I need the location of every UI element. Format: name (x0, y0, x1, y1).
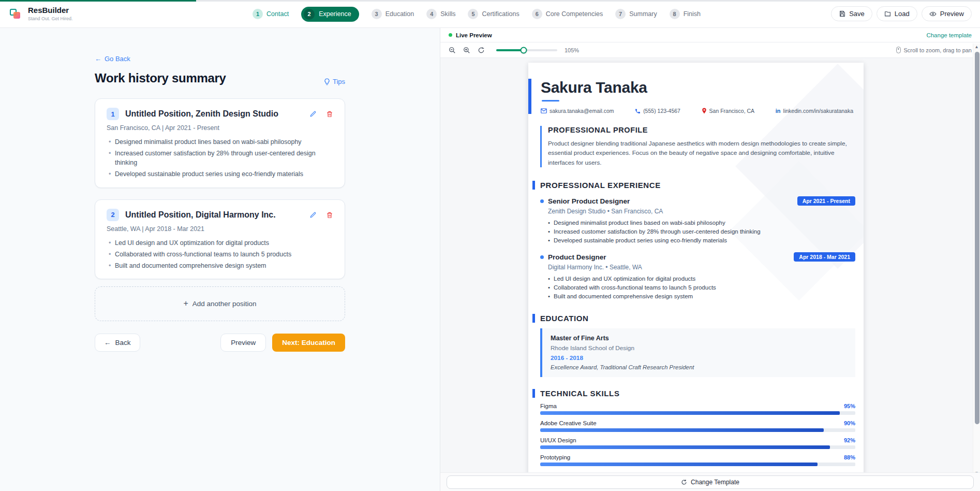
skills-section: TECHNICAL SKILLS Figma 95% (540, 389, 855, 472)
education-card: Master of Fine Arts Rhode Island School … (540, 328, 855, 377)
pan-hint-label: Scroll to zoom, drag to pan (904, 47, 972, 53)
step-certifications[interactable]: 5 Certifications (468, 9, 519, 19)
delete-position-button[interactable] (326, 110, 333, 118)
position-title: Untitled Position, Zenith Design Studio (125, 109, 278, 119)
position-card-1: 1 Untitled Position, Zenith Design Studi… (95, 98, 345, 188)
preview-resume-button[interactable]: Preview (220, 334, 266, 352)
skill-bar-track (540, 463, 855, 466)
bullet: Built and documented comprehensive desig… (107, 261, 329, 270)
preview-button[interactable]: Preview (922, 6, 972, 21)
scrollbar-thumb[interactable] (975, 52, 979, 424)
edit-position-button[interactable] (309, 211, 317, 219)
step-skills[interactable]: 4 Skills (426, 9, 455, 19)
skill-percent: 88% (844, 454, 855, 460)
logo-icon (9, 7, 23, 21)
job-bullets: Designed minimalist product lines based … (548, 219, 855, 245)
save-button[interactable]: Save (831, 6, 872, 21)
trash-icon (326, 110, 333, 118)
edit-position-button[interactable] (309, 110, 317, 118)
pan-hint: Scroll to zoom, drag to pan (896, 47, 972, 53)
position-meta: San Francisco, CA | Apr 2021 - Present (107, 124, 333, 132)
zoom-slider[interactable] (496, 49, 557, 51)
preview-label: Preview (940, 10, 964, 18)
add-position-button[interactable]: + Add another position (95, 286, 345, 321)
step-number: 7 (615, 9, 626, 19)
zoom-percent: 105% (565, 47, 579, 53)
step-education[interactable]: 3 Education (372, 9, 414, 19)
step-label: Experience (319, 10, 351, 18)
skill-name: User Research (540, 471, 580, 472)
load-label: Load (895, 10, 910, 18)
load-button[interactable]: Load (877, 6, 917, 21)
scroll-up-arrow-icon[interactable]: ▲ (973, 45, 980, 49)
resume-page: Sakura Tanaka sakura.tanaka@email.com (528, 63, 864, 472)
arrow-left-icon: ← (104, 339, 111, 346)
page-title: Work history summary (95, 71, 226, 85)
job-company: Digital Harmony Inc. • Seattle, WA (548, 264, 855, 271)
live-preview-label: Live Preview (456, 32, 492, 38)
step-number: 5 (468, 9, 478, 19)
add-position-label: Add another position (192, 300, 257, 308)
change-template-button[interactable]: Change Template (447, 475, 974, 489)
next-label: Next: Education (282, 339, 335, 346)
pencil-icon (309, 211, 317, 219)
preview-canvas[interactable]: Sakura Tanaka sakura.tanaka@email.com (440, 58, 973, 472)
job-title: Senior Product Designer (548, 197, 630, 205)
next-education-button[interactable]: Next: Education (272, 334, 345, 352)
position-meta: Seattle, WA | Apr 2018 - Mar 2021 (107, 225, 333, 233)
step-finish[interactable]: 8 Finish (670, 9, 701, 19)
zoom-slider-fill (496, 49, 524, 51)
zoom-slider-thumb[interactable] (521, 47, 527, 53)
step-label: Finish (684, 10, 701, 18)
step-label: Summary (629, 10, 657, 18)
trash-icon (326, 211, 333, 219)
tips-button[interactable]: Tips (324, 78, 345, 85)
refresh-icon (681, 479, 687, 485)
skill-name: Figma (540, 403, 557, 409)
back-button[interactable]: ← Back (95, 334, 140, 352)
go-back-label: Go Back (105, 55, 130, 63)
header-actions: Save Load Preview (831, 6, 972, 21)
step-core-competencies[interactable]: 6 Core Competencies (532, 9, 603, 19)
step-label: Certifications (482, 10, 519, 18)
contact-phone: (555) 123-4567 (635, 108, 680, 114)
step-summary[interactable]: 7 Summary (615, 9, 657, 19)
profile-section-title: PROFESSIONAL PROFILE (548, 126, 855, 134)
job-bullets: Led UI design and UX optimization for di… (548, 275, 855, 301)
contact-email: sakura.tanaka@email.com (541, 108, 614, 114)
skill-row: Prototyping 88% (540, 454, 855, 466)
step-contact[interactable]: 1 Contact (253, 9, 289, 19)
job-bullet: Collaborated with cross-functional teams… (548, 283, 855, 292)
contact-location: San Francisco, CA (702, 108, 755, 114)
change-template-link[interactable]: Change template (926, 32, 972, 38)
resume-contacts: sakura.tanaka@email.com (555) 123-4567 (541, 108, 855, 114)
skill-bar-fill (540, 411, 840, 415)
preview-scrollbar[interactable]: ▲ ▼ (973, 44, 980, 476)
logo[interactable]: ResBuilder Stand Out. Get Hired. (9, 6, 73, 21)
step-label: Contact (266, 10, 289, 18)
step-label: Skills (440, 10, 455, 18)
zoom-out-button[interactable] (449, 47, 456, 54)
job-title: Product Designer (548, 253, 606, 261)
bullet: Collaborated with cross-functional teams… (107, 250, 329, 259)
step-number: 6 (532, 9, 542, 19)
step-label: Core Competencies (546, 10, 603, 18)
contact-linkedin: in linkedin.com/in/sakuratanaka (776, 108, 853, 114)
bullet: Increased customer satisfaction by 28% t… (107, 149, 329, 167)
bullet-dot-icon (540, 255, 544, 259)
position-card-2: 2 Untitled Position, Digital Harmony Inc… (95, 199, 345, 279)
zoom-in-button[interactable] (463, 47, 470, 54)
education-section-title: EDUCATION (532, 314, 855, 323)
save-label: Save (849, 10, 865, 18)
position-title: Untitled Position, Digital Harmony Inc. (125, 210, 276, 220)
resume-header: Sakura Tanaka sakura.tanaka@email.com (528, 79, 855, 114)
reset-zoom-button[interactable] (478, 47, 485, 54)
top-progress-track (0, 0, 980, 2)
header: ResBuilder Stand Out. Get Hired. 1 Conta… (0, 0, 980, 28)
job-bullet: Built and documented comprehensive desig… (548, 292, 855, 301)
go-back-link[interactable]: ← Go Back (95, 55, 130, 63)
step-experience[interactable]: 2 Experience (301, 7, 359, 22)
tips-label: Tips (333, 78, 345, 85)
delete-position-button[interactable] (326, 211, 333, 219)
map-pin-icon (702, 108, 707, 114)
